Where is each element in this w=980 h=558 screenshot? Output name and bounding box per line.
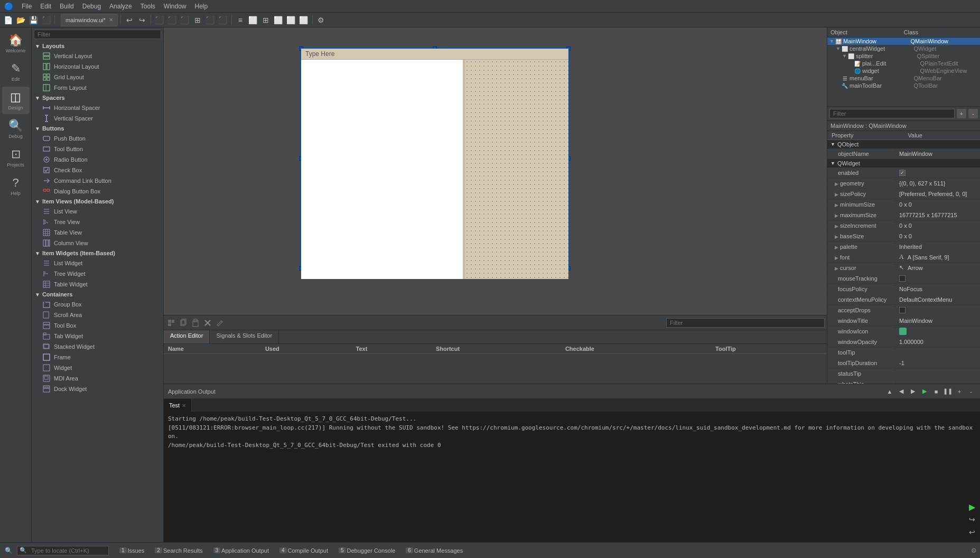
sidebar-filter-input[interactable]	[34, 30, 161, 39]
item-table-view[interactable]: Table View	[32, 227, 163, 238]
toolbar-redo-btn[interactable]: ↪	[136, 14, 148, 26]
action-delete-btn[interactable]	[202, 318, 213, 328]
tab-signals-slots[interactable]: Signals & Slots Editor	[210, 330, 279, 343]
section-item-widgets[interactable]: ▼ Item Widgets (Item-Based)	[32, 248, 163, 258]
tab-action-editor[interactable]: Action Editor	[164, 330, 210, 343]
section-layouts[interactable]: ▼ Layouts	[32, 41, 163, 51]
prop-palette[interactable]: ▶palette Inherited	[827, 241, 980, 252]
toolbar-save-btn[interactable]: 💾	[27, 14, 39, 26]
toolbar-align2-btn[interactable]: ⬛	[179, 14, 191, 26]
nav-help-btn[interactable]: ? Help	[2, 172, 30, 200]
toolbar-save-all-btn[interactable]: ⬛	[40, 14, 52, 26]
item-vertical-layout[interactable]: Vertical Layout	[32, 51, 163, 61]
item-tree-view[interactable]: Tree View	[32, 217, 163, 227]
menu-tools[interactable]: Tools	[136, 2, 160, 11]
prop-maximumsize[interactable]: ▶maximumSize 16777215 x 16777215	[827, 210, 980, 220]
menu-analyze[interactable]: Analyze	[105, 2, 136, 11]
prop-tooltip[interactable]: toolTip	[827, 347, 980, 358]
status-tab-debugger[interactable]: 5 Debugger Console	[333, 545, 400, 556]
item-command-link-button[interactable]: Command Link Button	[32, 175, 163, 186]
app-output-run-btn[interactable]: ▶	[920, 387, 929, 396]
action-copy-btn[interactable]	[178, 318, 189, 328]
prop-objectname[interactable]: objectName MainWindow	[827, 148, 980, 159]
item-grid-layout[interactable]: Grid Layout	[32, 72, 163, 82]
item-dock-widget[interactable]: Dock Widget	[32, 384, 163, 394]
toolbar-settings-btn[interactable]: ⚙	[315, 14, 327, 26]
section-spacers[interactable]: ▼ Spacers	[32, 93, 163, 103]
item-mdi-area[interactable]: MDI Area	[32, 373, 163, 384]
item-tree-widget[interactable]: Tree Widget	[32, 268, 163, 279]
status-right-btn[interactable]: ⚙	[968, 547, 980, 554]
app-output-up-btn[interactable]: ▲	[885, 387, 894, 396]
status-tab-app-output[interactable]: 3 Application Output	[208, 545, 274, 556]
prop-contextmenupolicy[interactable]: contextMenuPolicy DefaultContextMenu	[827, 294, 980, 305]
toolbar-grid-btn[interactable]: ⊞	[192, 14, 203, 26]
item-scroll-area[interactable]: Scroll Area	[32, 310, 163, 320]
prop-basesize[interactable]: ▶baseSize 0 x 0	[827, 231, 980, 241]
app-output-stop-btn[interactable]: ■	[931, 387, 941, 396]
prop-section-qwidget[interactable]: ▼ QWidget	[827, 159, 980, 168]
menu-build[interactable]: Build	[55, 2, 78, 11]
acceptdrops-checkbox[interactable]	[899, 307, 906, 313]
item-widget[interactable]: Widget	[32, 362, 163, 373]
test-tab-close-icon[interactable]: ✕	[182, 403, 186, 408]
prop-table[interactable]: ▼ QObject objectName MainWindow ▼ QWidge…	[827, 140, 980, 384]
item-tool-button[interactable]: Tool Button	[32, 144, 163, 154]
obj-mainwindow[interactable]: ▼ 🪟 MainWindow QMainWindow	[827, 38, 980, 45]
status-search-input[interactable]	[29, 546, 108, 555]
app-output-next-btn[interactable]: ▶	[908, 387, 918, 396]
prop-section-qobject[interactable]: ▼ QObject	[827, 140, 980, 148]
form-tab-close[interactable]: ✕	[109, 17, 113, 23]
obj-centralwidget[interactable]: ▼ ⬜ centralWidget QWidget	[827, 45, 980, 52]
prop-windowtitle[interactable]: windowTitle MainWindow	[827, 315, 980, 326]
action-paste-btn[interactable]	[190, 318, 201, 328]
obj-webengineview[interactable]: 🌐 widget QWebEngineView	[827, 67, 980, 75]
toolbar-adjust-btn[interactable]: ⬜	[298, 14, 310, 26]
item-group-box[interactable]: □ Group Box	[32, 299, 163, 310]
item-list-view[interactable]: List View	[32, 206, 163, 217]
action-add-btn[interactable]	[166, 318, 176, 328]
toolbar-new-btn[interactable]: 📄	[2, 14, 14, 26]
prop-filter-add-btn[interactable]: +	[957, 109, 966, 118]
item-tab-widget[interactable]: Tab Widget	[32, 331, 163, 341]
prop-acceptdrops[interactable]: acceptDrops	[827, 305, 980, 315]
toolbar-open-btn[interactable]: 📂	[15, 14, 26, 26]
obj-splitter[interactable]: ▼ ⬜ splitter QSplitter	[827, 52, 980, 60]
prop-focuspolicy[interactable]: focusPolicy NoFocus	[827, 284, 980, 294]
status-tab-general[interactable]: 6 General Messages	[400, 545, 468, 556]
item-tool-box[interactable]: Tool Box	[32, 320, 163, 331]
item-column-view[interactable]: Column View	[32, 238, 163, 248]
toolbar-layout-g-btn[interactable]: ⊞	[260, 14, 272, 26]
item-frame[interactable]: Frame	[32, 352, 163, 362]
form-tab[interactable]: mainwindow.ui* ✕	[61, 14, 118, 26]
menu-file[interactable]: File	[17, 2, 36, 11]
designer-canvas[interactable]: Type Here	[164, 27, 827, 315]
toolbar-layout-f-btn[interactable]: ⬜	[273, 14, 284, 26]
menu-debug[interactable]: Debug	[78, 2, 105, 11]
app-output-test-tab[interactable]: Test ✕	[164, 399, 192, 412]
nav-edit-btn[interactable]: ✎ Edit	[2, 58, 30, 86]
section-containers[interactable]: ▼ Containers	[32, 290, 163, 299]
prop-statustip[interactable]: statusTip	[827, 368, 980, 379]
section-item-views[interactable]: ▼ Item Views (Model-Based)	[32, 197, 163, 206]
item-list-widget[interactable]: List Widget	[32, 258, 163, 268]
item-stacked-widget[interactable]: Stacked Widget	[32, 341, 163, 352]
toolbar-preview-btn[interactable]: ⬛	[217, 14, 229, 26]
item-dialog-button-box[interactable]: Dialog Button Box	[32, 186, 163, 197]
prop-minimumsize[interactable]: ▶minimumSize 0 x 0	[827, 199, 980, 210]
item-h-spacer[interactable]: Horizontal Spacer	[32, 103, 163, 113]
prop-windowicon[interactable]: windowIcon	[827, 326, 980, 337]
step-btn-side[interactable]: ↪	[966, 514, 978, 525]
nav-projects-btn[interactable]: ⊡ Projects	[2, 144, 30, 171]
stop-btn-side[interactable]: ↩	[966, 526, 978, 538]
toolbar-layout-s-btn[interactable]: ⬜	[285, 14, 297, 26]
prop-sizepolicy[interactable]: ▶sizePolicy [Preferred, Preferred, 0, 0]	[827, 189, 980, 199]
item-v-spacer[interactable]: Vertical Spacer	[32, 113, 163, 124]
prop-filter-rem-btn[interactable]: -	[968, 109, 978, 118]
toolbar-break-btn[interactable]: ⬛	[204, 14, 216, 26]
app-output-minus-btn[interactable]: -	[966, 387, 976, 396]
prop-windowopacity[interactable]: windowOpacity 1.000000	[827, 337, 980, 347]
item-horizontal-layout[interactable]: Horizontal Layout	[32, 61, 163, 72]
object-tree[interactable]: ▼ 🪟 MainWindow QMainWindow ▼ ⬜ centralWi…	[827, 38, 980, 106]
toolbar-align-h-btn[interactable]: ⬛	[154, 14, 165, 26]
